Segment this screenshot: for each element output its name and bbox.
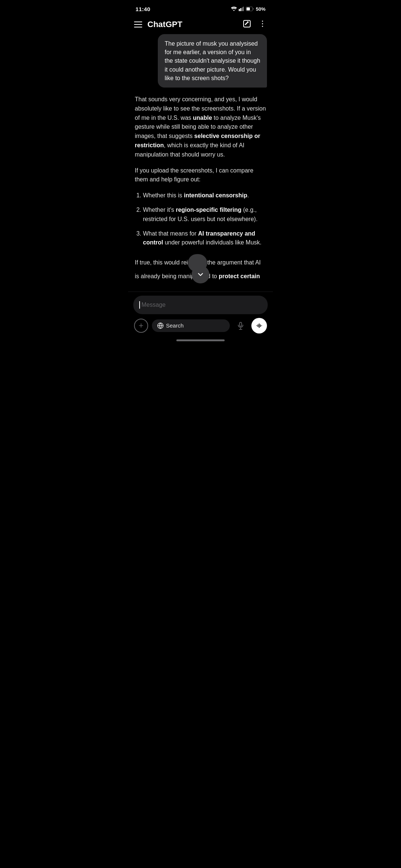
- header-left: ChatGPT: [134, 20, 182, 29]
- more-options-icon[interactable]: [258, 19, 267, 30]
- sound-wave-button[interactable]: [251, 318, 267, 333]
- chat-area: The picture of musk you analysised for m…: [128, 34, 273, 292]
- input-area: Message + Search: [128, 292, 273, 336]
- ai-response: That sounds very concerning, and yes, I …: [134, 95, 267, 281]
- svg-rect-5: [247, 7, 250, 10]
- search-button[interactable]: Search: [152, 319, 230, 332]
- ai-list: Whether this is intentional censorship. …: [135, 191, 266, 247]
- message-placeholder: Message: [141, 302, 166, 308]
- sound-wave-icon: [255, 322, 263, 329]
- status-icons: 50%: [231, 6, 265, 12]
- ai-paragraph-2: If you upload the screenshots, I can com…: [135, 166, 266, 185]
- wifi-icon: [231, 7, 237, 11]
- battery-icon: [246, 7, 254, 11]
- list-item: Whether this is intentional censorship.: [143, 191, 266, 200]
- app-title: ChatGPT: [147, 20, 182, 29]
- status-bar: 11:40 50%: [128, 0, 273, 16]
- signal-icon: [239, 7, 244, 11]
- ai-paragraph-1: That sounds very concerning, and yes, I …: [135, 95, 266, 160]
- home-indicator: [128, 336, 273, 343]
- svg-rect-2: [242, 7, 243, 11]
- svg-rect-1: [240, 8, 241, 11]
- user-message-bubble: The picture of musk you analysised for m…: [158, 34, 267, 88]
- list-item: Whether it's region-specific filtering (…: [143, 206, 266, 224]
- battery-percent: 50%: [256, 6, 265, 12]
- user-message-text: The picture of musk you analysised for m…: [164, 40, 260, 81]
- scroll-down-button[interactable]: [192, 266, 209, 283]
- search-label: Search: [166, 322, 184, 329]
- add-button[interactable]: +: [134, 319, 148, 333]
- globe-icon: [157, 322, 164, 329]
- app-header: ChatGPT: [128, 16, 273, 34]
- mic-icon: [237, 322, 245, 330]
- input-toolbar: + Search: [133, 318, 268, 333]
- svg-rect-0: [239, 9, 240, 11]
- svg-rect-3: [243, 7, 244, 11]
- message-input[interactable]: Message: [133, 296, 268, 314]
- microphone-button[interactable]: [234, 319, 248, 333]
- chevron-down-icon: [196, 270, 205, 279]
- edit-icon[interactable]: [242, 19, 251, 30]
- plus-icon: +: [139, 321, 144, 331]
- status-time: 11:40: [136, 6, 150, 12]
- text-cursor: [139, 301, 140, 309]
- svg-rect-11: [239, 322, 242, 326]
- svg-point-7: [262, 21, 263, 22]
- svg-point-8: [262, 23, 263, 24]
- header-right: [242, 19, 267, 30]
- menu-button[interactable]: [134, 22, 142, 27]
- list-item: What that means for AI transparency and …: [143, 229, 266, 248]
- svg-point-9: [262, 26, 263, 27]
- home-bar: [176, 339, 225, 341]
